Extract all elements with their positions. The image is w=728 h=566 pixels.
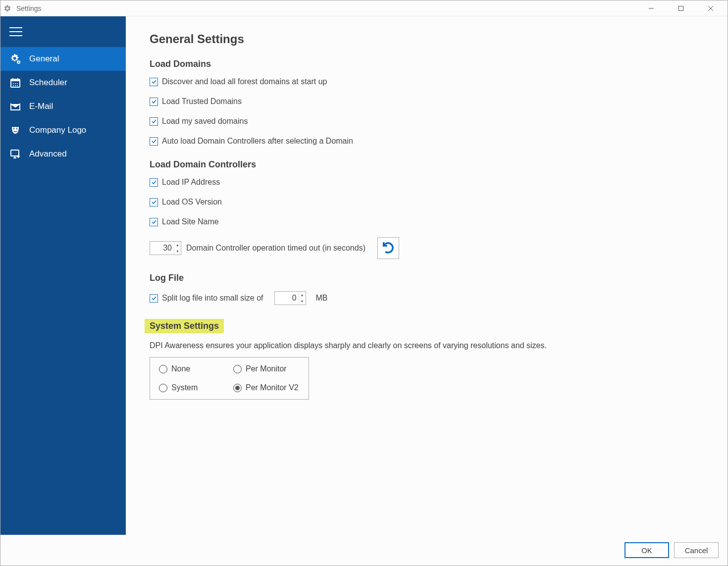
envelope-icon (8, 100, 22, 113)
sidebar-item-label: Company Logo (29, 125, 86, 135)
svg-rect-6 (11, 79, 20, 81)
row-timeout: 30 ▲▼ Domain Controller operation timed … (150, 237, 711, 259)
checkbox-trusted[interactable] (150, 98, 158, 106)
ok-button[interactable]: OK (624, 542, 669, 558)
checkbox-label: Auto load Domain Controllers after selec… (162, 137, 353, 146)
radio-label: Per Monitor V2 (246, 383, 299, 392)
mask-icon (8, 123, 22, 137)
checkbox-label: Load IP Address (162, 178, 220, 187)
svg-point-14 (17, 85, 18, 86)
svg-point-4 (17, 61, 19, 63)
section-load-domains: Load Domains (150, 59, 711, 69)
timeout-value: 30 (150, 244, 174, 253)
section-log-file: Log File (150, 273, 711, 283)
checkbox-label: Split log file into small size of (162, 294, 263, 303)
svg-rect-1 (679, 6, 683, 10)
spinner-icon: ▲▼ (299, 292, 306, 305)
timeout-stepper[interactable]: 30 ▲▼ (150, 241, 181, 255)
page-title: General Settings (150, 32, 711, 46)
checkbox-discover[interactable] (150, 78, 158, 86)
sidebar-item-label: Advanced (29, 149, 67, 159)
checkbox-label: Load OS Version (162, 198, 222, 206)
dpi-radio-group: None Per Monitor System Per Monitor V2 (150, 357, 309, 400)
titlebar: Settings (0, 0, 728, 16)
checkbox-saved[interactable] (150, 117, 158, 126)
radio-label: Per Monitor (246, 364, 287, 373)
row-discover-domains: Discover and load all forest domains at … (150, 77, 711, 86)
row-trusted-domains: Load Trusted Domains (150, 97, 711, 106)
sidebar-item-scheduler[interactable]: Scheduler (0, 71, 126, 95)
svg-point-11 (17, 83, 18, 84)
svg-line-2 (708, 6, 713, 11)
svg-point-15 (13, 128, 15, 130)
row-saved-domains: Load my saved domains (150, 117, 711, 126)
radio-per-monitor-v2[interactable]: Per Monitor V2 (233, 383, 322, 392)
checkbox-label: Discover and load all forest domains at … (162, 77, 327, 86)
reset-timeout-button[interactable] (377, 237, 399, 259)
checkbox-site[interactable] (150, 218, 158, 226)
dpi-description: DPI Awareness ensures your application d… (150, 341, 711, 350)
timeout-label: Domain Controller operation timed out (i… (186, 244, 365, 253)
row-load-ip: Load IP Address (150, 178, 711, 187)
window-title: Settings (16, 4, 42, 12)
split-size-stepper[interactable]: 0 ▲▼ (274, 291, 306, 305)
radio-icon (159, 365, 167, 373)
checkbox-ip[interactable] (150, 178, 158, 187)
row-load-site: Load Site Name (150, 217, 711, 226)
sidebar-item-label: E-Mail (29, 102, 53, 111)
svg-rect-17 (11, 150, 19, 156)
radio-per-monitor[interactable]: Per Monitor (233, 364, 322, 373)
row-auto-load-dc: Auto load Domain Controllers after selec… (150, 137, 711, 146)
content-area: General Settings Load Domains Discover a… (126, 16, 728, 535)
section-load-dc: Load Domain Controllers (150, 159, 711, 170)
checkbox-auto-dc[interactable] (150, 137, 158, 146)
spinner-up[interactable]: ▲ (174, 242, 181, 248)
radio-icon (233, 365, 242, 373)
checkbox-os[interactable] (150, 198, 158, 206)
radio-system[interactable]: System (159, 383, 233, 392)
svg-point-16 (16, 128, 18, 130)
split-size-value: 0 (275, 294, 299, 303)
dialog-footer: OK Cancel (0, 535, 728, 566)
spinner-up[interactable]: ▲ (299, 292, 306, 298)
close-button[interactable] (696, 1, 726, 16)
monitor-gear-icon (8, 147, 22, 161)
radio-label: System (171, 383, 198, 392)
undo-icon (381, 241, 395, 255)
sidebar-item-company-logo[interactable]: Company Logo (0, 118, 126, 142)
spinner-down[interactable]: ▼ (174, 248, 181, 255)
gear-icon (2, 3, 12, 13)
radio-icon (233, 384, 242, 392)
radio-icon (159, 384, 167, 392)
svg-point-9 (13, 83, 14, 84)
minimize-button[interactable] (636, 1, 666, 16)
spinner-icon: ▲▼ (174, 242, 181, 255)
checkbox-label: Load Trusted Domains (162, 97, 242, 106)
unit-label: MB (316, 294, 328, 303)
sidebar-item-email[interactable]: E-Mail (0, 95, 126, 118)
sidebar: General Scheduler E-Mail Company Logo (0, 16, 126, 535)
checkbox-label: Load Site Name (162, 217, 219, 226)
spinner-down[interactable]: ▼ (299, 298, 306, 305)
hamburger-button[interactable] (0, 16, 126, 47)
row-load-os: Load OS Version (150, 198, 711, 206)
svg-line-3 (708, 6, 713, 11)
svg-point-20 (17, 155, 19, 157)
sidebar-item-advanced[interactable]: Advanced (0, 142, 126, 166)
hamburger-icon (9, 27, 22, 36)
maximize-button[interactable] (666, 1, 696, 16)
checkbox-label: Load my saved domains (162, 117, 248, 126)
checkbox-split-log[interactable] (150, 294, 158, 303)
row-split-log: Split log file into small size of 0 ▲▼ M… (150, 291, 711, 305)
sidebar-item-label: Scheduler (29, 78, 67, 88)
svg-point-13 (15, 85, 16, 86)
sidebar-item-general[interactable]: General (0, 47, 126, 71)
gears-icon (8, 52, 22, 66)
radio-none[interactable]: None (159, 364, 233, 373)
svg-point-12 (13, 85, 14, 86)
sidebar-item-label: General (29, 54, 59, 64)
cancel-button[interactable]: Cancel (674, 542, 719, 558)
settings-window: Settings General (0, 0, 728, 566)
section-system-settings: System Settings (145, 319, 224, 333)
radio-label: None (171, 364, 190, 373)
